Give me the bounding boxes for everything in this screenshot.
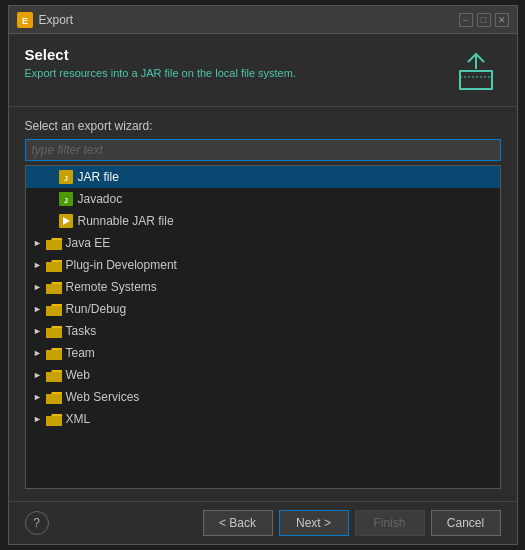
svg-text:E: E	[21, 16, 27, 26]
back-button[interactable]: < Back	[203, 510, 273, 536]
folder-icon	[46, 324, 62, 338]
list-item[interactable]: Runnable JAR file	[26, 210, 500, 232]
dialog-title: Export	[39, 13, 74, 27]
help-button[interactable]: ?	[25, 511, 49, 535]
expand-arrow-icon[interactable]: ►	[30, 235, 46, 251]
item-label: Web	[66, 368, 90, 382]
expand-arrow-icon[interactable]: ►	[30, 257, 46, 273]
export-icon	[451, 46, 501, 96]
list-item[interactable]: ► Java EE	[26, 232, 500, 254]
list-item[interactable]: ► Run/Debug	[26, 298, 500, 320]
item-label: Plug-in Development	[66, 258, 177, 272]
item-label: Javadoc	[78, 192, 123, 206]
next-button[interactable]: Next >	[279, 510, 349, 536]
expand-arrow-icon[interactable]: ►	[30, 279, 46, 295]
expand-arrow-icon[interactable]: ►	[30, 411, 46, 427]
folder-icon	[46, 390, 62, 404]
svg-text:J: J	[64, 197, 68, 204]
list-item[interactable]: ► Team	[26, 342, 500, 364]
jar-icon: J	[58, 170, 74, 184]
expand-arrow-icon[interactable]: ►	[30, 367, 46, 383]
folder-icon	[46, 302, 62, 316]
folder-icon	[46, 368, 62, 382]
close-button[interactable]: ✕	[495, 13, 509, 27]
item-label: Tasks	[66, 324, 97, 338]
expand-arrow-icon[interactable]: ►	[30, 389, 46, 405]
item-label: Remote Systems	[66, 280, 157, 294]
list-item[interactable]: ► Web	[26, 364, 500, 386]
item-label: Web Services	[66, 390, 140, 404]
expand-arrow-icon[interactable]: ►	[30, 345, 46, 361]
item-label: Team	[66, 346, 95, 360]
item-label: Java EE	[66, 236, 111, 250]
folder-icon	[46, 280, 62, 294]
item-label: XML	[66, 412, 91, 426]
minimize-button[interactable]: −	[459, 13, 473, 27]
runnable-jar-icon	[58, 214, 74, 228]
list-item[interactable]: ► Tasks	[26, 320, 500, 342]
svg-text:J: J	[64, 175, 68, 182]
finish-button[interactable]: Finish	[355, 510, 425, 536]
item-label: Run/Debug	[66, 302, 127, 316]
cancel-button[interactable]: Cancel	[431, 510, 501, 536]
list-item[interactable]: J JAR file	[26, 166, 500, 188]
export-dialog: E Export − □ ✕ Select Export resources i…	[8, 5, 518, 545]
svg-rect-2	[460, 71, 492, 89]
wizard-label: Select an export wizard:	[25, 119, 501, 133]
folder-icon	[46, 412, 62, 426]
dialog-footer: ? < Back Next > Finish Cancel	[9, 501, 517, 544]
item-label: Runnable JAR file	[78, 214, 174, 228]
folder-icon	[46, 346, 62, 360]
filter-input[interactable]	[25, 139, 501, 161]
expand-arrow-icon[interactable]: ►	[30, 323, 46, 339]
folder-icon	[46, 236, 62, 250]
wizard-tree[interactable]: J JAR file J Javadoc	[25, 165, 501, 489]
description: Export resources into a JAR file on the …	[25, 67, 296, 79]
maximize-button[interactable]: □	[477, 13, 491, 27]
javadoc-icon: J	[58, 192, 74, 206]
list-item[interactable]: ► Web Services	[26, 386, 500, 408]
dialog-icon: E	[17, 12, 33, 28]
header-section: Select Export resources into a JAR file …	[9, 34, 517, 107]
list-item[interactable]: ► XML	[26, 408, 500, 430]
item-label: JAR file	[78, 170, 119, 184]
list-item[interactable]: ► Remote Systems	[26, 276, 500, 298]
content-area: Select an export wizard: J JAR file	[9, 107, 517, 501]
title-bar: E Export − □ ✕	[9, 6, 517, 34]
expand-arrow-icon[interactable]: ►	[30, 301, 46, 317]
folder-icon	[46, 258, 62, 272]
heading: Select	[25, 46, 296, 63]
list-item[interactable]: J Javadoc	[26, 188, 500, 210]
list-item[interactable]: ► Plug-in Development	[26, 254, 500, 276]
